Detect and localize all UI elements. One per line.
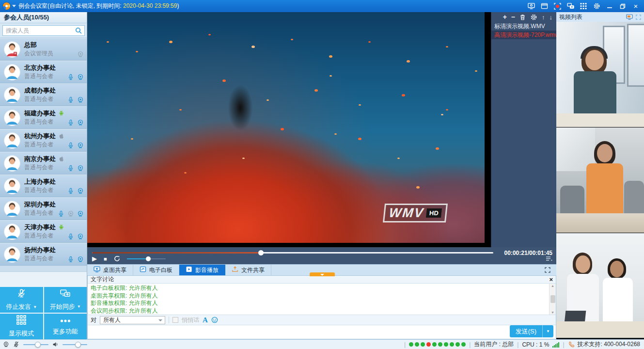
participant-row[interactable]: 扬州办事处 普通与会者 [0,243,87,266]
mic-off-button[interactable]: 停止发言▼ [0,287,43,313]
monitor-icon[interactable] [626,14,633,20]
send-options-caret[interactable]: ▼ [543,329,553,333]
video-thumbnail[interactable] [556,127,644,233]
expand-icon[interactable] [545,267,550,273]
webcam-icon[interactable] [67,210,74,217]
participant-role: 普通与会者 [24,232,53,240]
settings-icon[interactable] [530,14,537,21]
minimize-icon[interactable] [604,1,615,11]
send-button[interactable]: 发送(S) ▼ [510,325,553,337]
participant-row[interactable]: 南京办事处 普通与会者 [0,152,87,174]
playlist-item[interactable]: 高清演示视频-720P.wmv 删除 [491,31,556,39]
player-controls: ▶ ■ [92,255,166,262]
whisper-checkbox[interactable] [173,317,178,323]
chevron-down-icon[interactable]: ▼ [77,304,81,309]
participant-row[interactable]: 总部 会议管理员 [0,38,87,61]
mic-icon[interactable] [67,96,74,103]
mic-icon[interactable] [67,74,74,80]
participant-row[interactable]: 杭州办事处 普通与会者 [0,129,87,152]
mic-volume-slider[interactable] [23,344,48,345]
tab-whiteboard[interactable]: 电子白板 [133,265,179,275]
chevron-down-icon[interactable] [12,5,16,7]
webcam-icon[interactable] [77,51,84,58]
video-thumbnail[interactable] [556,233,644,338]
search-input[interactable] [2,25,85,36]
collapse-handle[interactable] [310,272,335,276]
playlist-item[interactable]: 标清演示视频.WMV [491,22,556,31]
mic-icon[interactable] [67,256,74,263]
mic-icon[interactable] [67,142,74,149]
sync-button[interactable]: 开始同步▼ [44,287,87,313]
search-icon[interactable] [75,27,82,35]
font-style-icon[interactable]: A [203,316,208,324]
play-button[interactable]: ▶ [92,255,97,262]
delete-icon[interactable] [519,14,526,20]
webcam-icon[interactable] [3,341,9,348]
scrollbar-thumb[interactable] [550,295,555,303]
webcam-icon[interactable] [77,256,84,263]
participant-row[interactable]: 成都办事处 普通与会者 [0,83,87,106]
settings-icon[interactable] [591,1,602,11]
remove-icon[interactable]: − [511,14,515,20]
screen-share-icon[interactable] [526,1,536,11]
participant-row[interactable]: 深圳办事处 普通与会者 [0,197,87,220]
more-button[interactable]: 更多功能 [44,314,87,339]
close-icon[interactable]: × [549,276,553,283]
mic-icon[interactable] [67,188,74,194]
participant-role: 普通与会者 [24,163,53,172]
chat-message: 电子白板权限: 允许所有人 [91,285,547,292]
slider-knob[interactable] [75,342,81,348]
progress-knob[interactable] [258,250,264,255]
main-video-stage[interactable]: WMV HD [87,12,491,247]
record-icon[interactable] [552,1,563,11]
stop-button[interactable]: ■ [104,256,107,262]
mic-icon[interactable] [58,210,64,217]
recipient-select[interactable]: 所有人 [100,316,165,324]
webcam-icon[interactable] [77,96,84,103]
chat-input[interactable] [88,325,556,339]
tab-file-share[interactable]: 文件共享 [225,265,271,275]
webcam-icon[interactable] [77,74,84,80]
tab-desktop-share[interactable]: 桌面共享 [87,265,133,275]
volume-knob[interactable] [146,256,151,261]
chevron-down-icon[interactable]: ▼ [33,305,37,309]
video-thumbnail[interactable] [556,22,644,127]
webcam-icon[interactable] [77,233,84,240]
network-sync-icon[interactable] [565,1,576,11]
mic-muted-icon[interactable] [13,341,19,348]
window-mode-icon[interactable] [539,1,550,11]
webcam-icon[interactable] [77,188,84,194]
expand-icon[interactable] [636,15,641,20]
participant-row[interactable]: 天津办事处 普通与会者 [0,220,87,243]
move-down-icon[interactable]: ↓ [550,14,553,20]
scroll-up-icon[interactable]: ▲ [551,284,554,287]
participant-row[interactable]: 福建办事处 普通与会者 [0,106,87,129]
scroll-down-icon[interactable]: ▼ [551,311,554,314]
add-icon[interactable]: + [503,14,507,20]
webcam-icon[interactable] [77,210,84,217]
display-grid-icon[interactable] [578,1,589,11]
emoji-icon[interactable] [211,317,218,323]
move-up-icon[interactable]: ↑ [542,14,545,20]
volume-slider[interactable] [127,258,166,259]
tab-media-play[interactable]: 影音播放 [179,265,225,275]
participant-row[interactable]: 北京办事处 普通与会者 [0,61,87,83]
replay-icon[interactable] [114,255,120,262]
mic-icon[interactable] [67,233,74,240]
speaker-volume-slider[interactable] [63,344,88,345]
participant-name: 总部 [24,41,37,49]
layout-grid-button[interactable]: 显示模式 [0,314,43,339]
mic-icon[interactable] [67,165,74,172]
close-icon[interactable]: × [630,1,641,11]
chat-scrollbar[interactable]: ▲ ▼ [549,284,556,315]
participant-row[interactable]: 上海办事处 普通与会者 [0,174,87,197]
mic-icon[interactable] [67,119,74,126]
slider-knob[interactable] [35,342,41,348]
playlist-toggle-icon[interactable] [546,256,552,263]
speaker-icon[interactable] [52,341,59,348]
webcam-icon[interactable] [77,165,84,172]
progress-bar[interactable] [92,252,493,254]
webcam-icon[interactable] [77,119,84,126]
webcam-icon[interactable] [77,142,84,149]
maximize-icon[interactable] [617,1,628,11]
